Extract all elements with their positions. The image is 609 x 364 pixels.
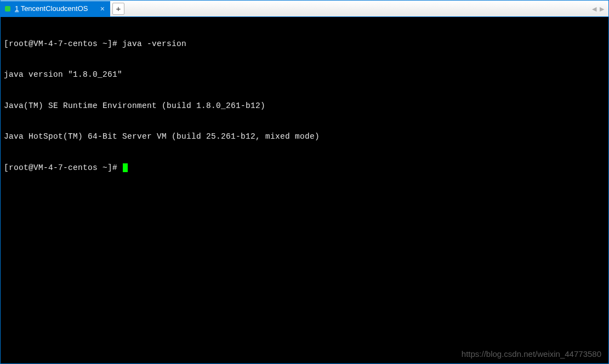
terminal-line: [root@VM-4-7-centos ~]# java -version (4, 39, 605, 49)
tab-active[interactable]: 1 TencentCloudcentOS × (1, 1, 110, 16)
cursor-icon (123, 163, 128, 172)
tab-nav: ◀ ▶ (591, 4, 605, 13)
terminal-prompt: [root@VM-4-7-centos ~]# (4, 163, 122, 172)
nav-left-icon[interactable]: ◀ (591, 4, 597, 13)
nav-right-icon[interactable]: ▶ (599, 4, 605, 13)
terminal-output[interactable]: [root@VM-4-7-centos ~]# java -version ja… (1, 17, 608, 363)
tab-label: 1 TencentCloudcentOS (15, 4, 93, 13)
tab-bar: 1 TencentCloudcentOS × + ◀ ▶ (1, 1, 608, 17)
connection-status-icon (5, 6, 10, 12)
add-tab-button[interactable]: + (112, 3, 124, 15)
terminal-line: Java(TM) SE Runtime Environment (build 1… (4, 101, 605, 111)
terminal-line: java version "1.8.0_261" (4, 70, 605, 80)
close-icon[interactable]: × (99, 4, 106, 13)
terminal-line: Java HotSpot(TM) 64-Bit Server VM (build… (4, 132, 605, 142)
app-window: 1 TencentCloudcentOS × + ◀ ▶ [root@VM-4-… (0, 0, 609, 364)
terminal-prompt-line: [root@VM-4-7-centos ~]# (4, 163, 605, 173)
